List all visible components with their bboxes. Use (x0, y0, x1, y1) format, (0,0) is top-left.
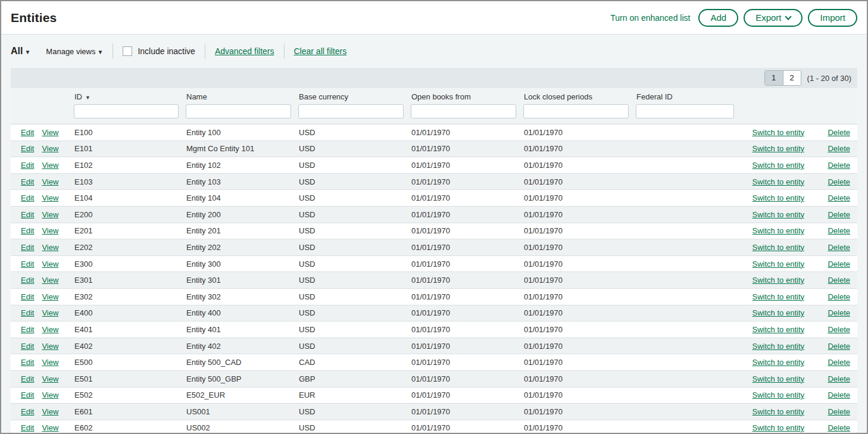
delete-link[interactable]: Delete (828, 144, 850, 153)
view-link[interactable]: View (42, 226, 58, 235)
view-link[interactable]: View (42, 374, 58, 383)
view-link[interactable]: View (42, 391, 58, 399)
switch-to-entity-link[interactable]: Switch to entity (753, 128, 804, 137)
delete-link[interactable]: Delete (828, 226, 850, 235)
switch-to-entity-link[interactable]: Switch to entity (753, 276, 804, 285)
delete-link[interactable]: Delete (828, 407, 850, 416)
delete-link[interactable]: Delete (828, 161, 850, 170)
view-link[interactable]: View (42, 325, 58, 334)
delete-link[interactable]: Delete (828, 423, 850, 432)
view-link[interactable]: View (42, 292, 58, 301)
base-currency-filter-input[interactable] (298, 104, 404, 118)
delete-link[interactable]: Delete (828, 260, 850, 268)
view-link[interactable]: View (42, 144, 58, 153)
delete-link[interactable]: Delete (828, 342, 850, 351)
clear-all-filters-link[interactable]: Clear all filters (294, 46, 347, 56)
edit-link[interactable]: Edit (21, 210, 34, 219)
edit-link[interactable]: Edit (21, 128, 34, 137)
edit-link[interactable]: Edit (21, 193, 34, 202)
switch-to-entity-link[interactable]: Switch to entity (753, 374, 804, 383)
edit-link[interactable]: Edit (21, 161, 34, 170)
column-header-lock-closed-periods[interactable]: Lock closed periods (523, 92, 635, 101)
name-filter-input[interactable] (186, 104, 291, 118)
switch-to-entity-link[interactable]: Switch to entity (753, 391, 804, 399)
switch-to-entity-link[interactable]: Switch to entity (753, 292, 804, 301)
switch-to-entity-link[interactable]: Switch to entity (753, 243, 804, 252)
switch-to-entity-link[interactable]: Switch to entity (753, 342, 804, 351)
view-link[interactable]: View (42, 276, 58, 285)
lock-closed-periods-filter-input[interactable] (523, 104, 629, 118)
switch-to-entity-link[interactable]: Switch to entity (753, 177, 804, 186)
delete-link[interactable]: Delete (828, 374, 850, 383)
switch-to-entity-link[interactable]: Switch to entity (753, 423, 804, 432)
edit-link[interactable]: Edit (21, 243, 34, 252)
view-link[interactable]: View (42, 342, 58, 351)
turn-on-enhanced-list-link[interactable]: Turn on enhanced list (610, 13, 690, 23)
view-link[interactable]: View (42, 407, 58, 416)
view-link[interactable]: View (42, 358, 58, 367)
advanced-filters-link[interactable]: Advanced filters (215, 46, 274, 56)
edit-link[interactable]: Edit (21, 144, 34, 153)
delete-link[interactable]: Delete (828, 243, 850, 252)
switch-to-entity-link[interactable]: Switch to entity (753, 325, 804, 334)
switch-to-entity-link[interactable]: Switch to entity (753, 226, 804, 235)
export-button[interactable]: Export (744, 9, 803, 27)
edit-link[interactable]: Edit (21, 374, 34, 383)
delete-link[interactable]: Delete (828, 210, 850, 219)
switch-to-entity-link[interactable]: Switch to entity (753, 358, 804, 367)
add-button[interactable]: Add (698, 9, 738, 27)
id-filter-input[interactable] (74, 104, 179, 118)
include-inactive-checkbox[interactable] (123, 46, 132, 56)
delete-link[interactable]: Delete (828, 308, 850, 317)
view-link[interactable]: View (42, 193, 58, 202)
import-button[interactable]: Import (808, 9, 857, 27)
edit-link[interactable]: Edit (21, 260, 34, 268)
page-button-1[interactable]: 1 (765, 71, 783, 85)
page-button-2[interactable]: 2 (783, 71, 801, 85)
column-header-open-books-from[interactable]: Open books from (410, 92, 523, 101)
view-link[interactable]: View (42, 423, 58, 432)
view-link[interactable]: View (42, 128, 58, 137)
switch-to-entity-link[interactable]: Switch to entity (753, 260, 804, 268)
edit-link[interactable]: Edit (21, 358, 34, 367)
edit-link[interactable]: Edit (21, 342, 34, 351)
view-link[interactable]: View (42, 308, 58, 317)
view-link[interactable]: View (42, 260, 58, 268)
delete-link[interactable]: Delete (828, 391, 850, 399)
delete-link[interactable]: Delete (828, 325, 850, 334)
switch-to-entity-link[interactable]: Switch to entity (753, 161, 804, 170)
delete-link[interactable]: Delete (828, 358, 850, 367)
column-header-federal-id[interactable]: Federal ID (635, 92, 741, 101)
view-link[interactable]: View (42, 161, 58, 170)
switch-to-entity-link[interactable]: Switch to entity (753, 193, 804, 202)
edit-link[interactable]: Edit (21, 226, 34, 235)
view-selector-dropdown[interactable]: All▼ (11, 46, 30, 57)
switch-to-entity-link[interactable]: Switch to entity (753, 210, 804, 219)
edit-link[interactable]: Edit (21, 177, 34, 186)
switch-to-entity-link[interactable]: Switch to entity (753, 407, 804, 416)
delete-link[interactable]: Delete (828, 177, 850, 186)
column-header-base-currency[interactable]: Base currency (298, 92, 410, 101)
column-header-id[interactable]: ID▼ (73, 92, 185, 101)
switch-to-entity-link[interactable]: Switch to entity (753, 144, 804, 153)
view-link[interactable]: View (42, 243, 58, 252)
switch-to-entity-link[interactable]: Switch to entity (753, 308, 804, 317)
open-books-from-filter-input[interactable] (411, 104, 516, 118)
edit-link[interactable]: Edit (21, 325, 34, 334)
edit-link[interactable]: Edit (21, 308, 34, 317)
view-link[interactable]: View (42, 177, 58, 186)
edit-link[interactable]: Edit (21, 407, 34, 416)
edit-link[interactable]: Edit (21, 423, 34, 432)
cell-lock-closed-periods: 01/01/1970 (523, 374, 635, 383)
edit-link[interactable]: Edit (21, 292, 34, 301)
column-header-name[interactable]: Name (185, 92, 298, 101)
delete-link[interactable]: Delete (828, 193, 850, 202)
delete-link[interactable]: Delete (828, 292, 850, 301)
delete-link[interactable]: Delete (828, 128, 850, 137)
edit-link[interactable]: Edit (21, 391, 34, 399)
federal-id-filter-input[interactable] (636, 104, 734, 118)
edit-link[interactable]: Edit (21, 276, 34, 285)
view-link[interactable]: View (42, 210, 58, 219)
manage-views-dropdown[interactable]: Manage views▼ (46, 47, 103, 56)
delete-link[interactable]: Delete (828, 276, 850, 285)
